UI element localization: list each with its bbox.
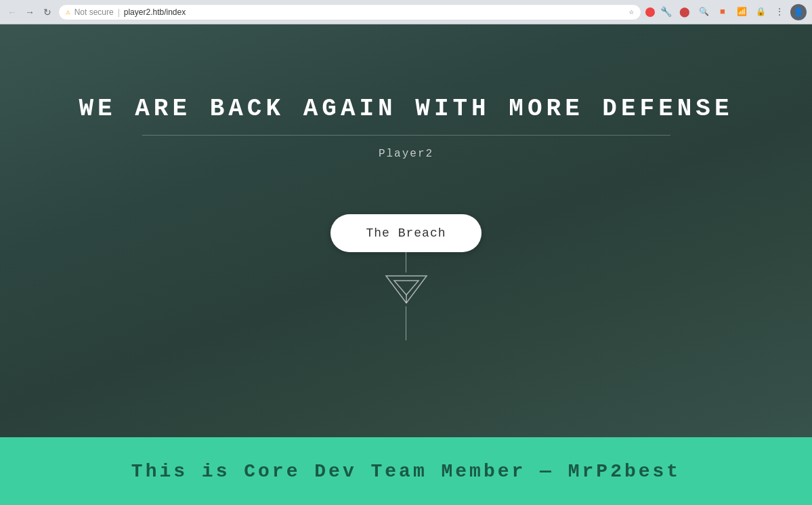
ext-icon-5[interactable]: ■ (714, 4, 731, 20)
ext-icon-7[interactable]: 🔒 (752, 4, 769, 20)
ext-icon-2[interactable]: 🔧 (658, 4, 674, 20)
connector-line-bottom (406, 306, 406, 340)
triangle-icon (383, 272, 430, 306)
page-content: We Are Back Again With More Defense Play… (0, 24, 812, 505)
svg-marker-1 (394, 281, 419, 295)
url-text: player2.htb/index (124, 7, 186, 17)
url-separator: | (118, 7, 120, 17)
arrow-container (383, 252, 430, 340)
back-button[interactable]: ← (5, 5, 19, 19)
bottom-section: This is Core Dev Team Member — MrP2best (0, 437, 812, 505)
refresh-button[interactable]: ↻ (41, 5, 54, 19)
ext-icon-4[interactable]: 🔍 (696, 4, 712, 20)
bookmark-icon[interactable]: ☆ (629, 7, 634, 17)
ext-icon-3[interactable]: ⬤ (677, 4, 693, 20)
ext-icon-1[interactable] (645, 7, 655, 17)
ext-icon-8[interactable]: ⋮ (771, 4, 788, 20)
bottom-text: This is Core Dev Team Member — MrP2best (131, 461, 681, 482)
forward-button[interactable]: → (23, 5, 37, 19)
hero-subtitle: Player2 (379, 148, 433, 160)
security-label: Not secure (74, 7, 114, 17)
hero-section: We Are Back Again With More Defense Play… (0, 24, 812, 437)
hero-title: We Are Back Again With More Defense (79, 95, 733, 123)
browser-actions: 🔧 ⬤ 🔍 ■ 📶 🔒 ⋮ 👤 (645, 4, 807, 20)
breach-button[interactable]: The Breach (330, 214, 481, 252)
address-bar[interactable]: ⚠ Not secure | player2.htb/index ☆ (58, 4, 641, 20)
profile-icon[interactable]: 👤 (790, 4, 807, 20)
ext-icon-6[interactable]: 📶 (733, 4, 750, 20)
security-icon: ⚠ (66, 7, 70, 16)
connector-line-top (406, 252, 406, 272)
browser-toolbar: ← → ↻ ⚠ Not secure | player2.htb/index ☆… (0, 0, 812, 24)
hero-divider (142, 135, 670, 136)
